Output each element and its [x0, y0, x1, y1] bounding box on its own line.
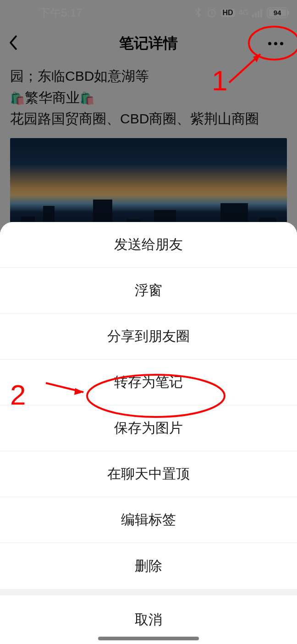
sheet-item-pin-in-chat[interactable]: 在聊天中置顶	[0, 451, 297, 497]
sheet-separator	[0, 589, 297, 595]
home-indicator[interactable]	[98, 637, 199, 640]
action-sheet: 发送给朋友 浮窗 分享到朋友圈 转存为笔记 保存为图片 在聊天中置顶 编辑标签 …	[0, 222, 297, 644]
annotation-label-1: 1	[212, 64, 227, 97]
sheet-item-send-to-friend[interactable]: 发送给朋友	[0, 222, 297, 268]
annotation-label-2: 2	[10, 378, 26, 411]
sheet-item-float-window[interactable]: 浮窗	[0, 268, 297, 314]
sheet-item-save-as-image[interactable]: 保存为图片	[0, 405, 297, 451]
sheet-item-share-moments[interactable]: 分享到朋友圈	[0, 314, 297, 360]
sheet-item-edit-tags[interactable]: 编辑标签	[0, 497, 297, 543]
sheet-item-delete[interactable]: 删除	[0, 543, 297, 589]
sheet-item-save-as-note[interactable]: 转存为笔记	[0, 360, 297, 405]
app-screen: 下午5:17 HD 4G 94 笔记详情	[0, 0, 297, 644]
